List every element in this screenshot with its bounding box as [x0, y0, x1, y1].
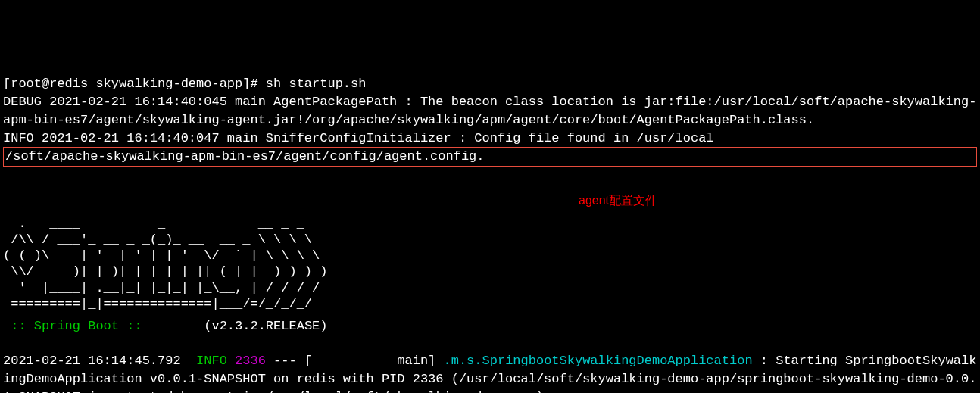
- spring-banner-line: :: Spring Boot :: (v2.3.2.RELEASE): [3, 318, 977, 334]
- debug-log-line: DEBUG 2021-02-21 16:14:40:045 main Agent…: [3, 95, 976, 127]
- log-thread: --- [ main]: [266, 354, 444, 368]
- spring-banner-version: (v2.3.2.RELEASE): [150, 319, 328, 333]
- log-timestamp: 2021-02-21 16:14:45.792: [3, 354, 196, 368]
- info-log-in-highlight: /soft/apache-skywalking-apm-bin-es7/agen…: [5, 149, 485, 164]
- startup-log-line: 2021-02-21 16:14:45.792 INFO 2336 --- [ …: [3, 354, 976, 393]
- log-level: INFO: [196, 354, 227, 368]
- config-path-highlight: /soft/apache-skywalking-apm-bin-es7/agen…: [3, 147, 977, 167]
- shell-prompt-line: [root@redis skywalking-demo-app]# sh sta…: [3, 76, 366, 91]
- info-log-pre-highlight: INFO 2021-02-21 16:14:40:047 main Sniffe…: [3, 131, 714, 145]
- spring-banner-text: :: Spring Boot ::: [3, 319, 150, 333]
- log-pid: 2336: [227, 354, 266, 368]
- log-class: .m.s.SpringbootSkywalkingDemoApplication: [444, 354, 753, 368]
- annotation-label: agent配置文件: [3, 167, 977, 209]
- spring-ascii-art: . ____ _ __ _ _ /\\ / ___'_ __ _ _(_)_ _…: [3, 216, 977, 313]
- blank-line: [3, 334, 977, 352]
